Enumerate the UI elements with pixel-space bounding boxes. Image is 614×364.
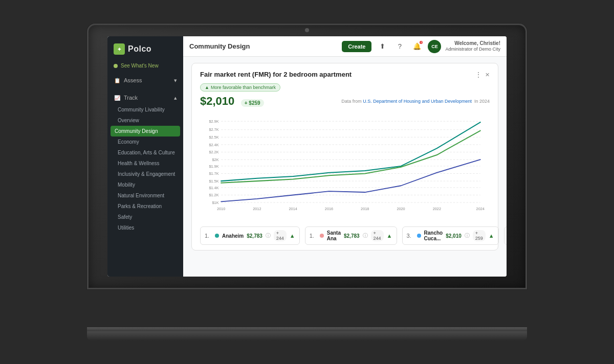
close-icon[interactable]: ✕ bbox=[485, 72, 490, 78]
svg-text:$1.4K: $1.4K bbox=[209, 186, 218, 190]
share-button[interactable]: ⬆ bbox=[376, 40, 389, 53]
badge-arrow-icon: ▲ bbox=[205, 85, 209, 90]
sidebar-item-education[interactable]: Education, Arts & Culture bbox=[107, 147, 183, 158]
rank-val-santa-ana: $2,783 bbox=[344, 233, 360, 239]
svg-text:$1.7K: $1.7K bbox=[209, 171, 218, 176]
rank-arrow-rancho: ▲ bbox=[489, 233, 494, 239]
rank-delta-santa-ana: + 244 bbox=[371, 230, 384, 241]
assess-chevron-icon: ▾ bbox=[174, 77, 177, 84]
sidebar-assess-section: 📋 Assess ▾ bbox=[107, 72, 183, 89]
rank-info-santa-ana: ⓘ bbox=[363, 232, 368, 239]
line-chart: $2.9K $2.7K $2.5K $2.4K $2.2K $2K $1.9K … bbox=[200, 112, 490, 219]
metric-delta: + $259 bbox=[241, 99, 264, 107]
share-icon: ⬆ bbox=[380, 42, 385, 50]
svg-text:$1.9K: $1.9K bbox=[209, 164, 218, 169]
rank-item-santa-ana: 1. Santa Ana $2,783 ⓘ + 244 ▲ bbox=[305, 226, 397, 245]
metric-value: $2,010 bbox=[200, 95, 234, 107]
track-icon: 📈 bbox=[114, 94, 121, 101]
rank-arrow-santa-ana: ▲ bbox=[387, 233, 392, 239]
chart-card: Fair market rent (FMR) for 2 bedroom apa… bbox=[191, 63, 498, 251]
chart-title: Fair market rent (FMR) for 2 bedroom apa… bbox=[200, 71, 352, 78]
whats-new-dot bbox=[114, 64, 118, 68]
laptop-base bbox=[87, 331, 527, 340]
create-button[interactable]: Create bbox=[342, 41, 371, 52]
rank-name-santa-ana: Santa Ana bbox=[327, 230, 341, 241]
help-icon: ? bbox=[398, 42, 402, 50]
sidebar-item-economy[interactable]: Economy bbox=[107, 136, 183, 147]
rank-delta-rancho: + 259 bbox=[473, 230, 486, 241]
logo-icon: ✦ bbox=[114, 43, 125, 55]
benchmark-badge: ▲ More favorable than benchmark bbox=[200, 83, 280, 92]
sidebar-item-health[interactable]: Health & Wellness bbox=[107, 158, 183, 169]
rank-arrow-anaheim: ▲ bbox=[290, 233, 295, 239]
track-label: Track bbox=[124, 95, 138, 101]
track-nav-items: Community Livability Overview Community … bbox=[107, 104, 183, 233]
svg-text:2022: 2022 bbox=[433, 207, 441, 211]
topbar: Community Design Create ⬆ ? 🔔 4 CE bbox=[183, 36, 507, 57]
logo: ✦ Polco bbox=[107, 36, 183, 60]
rank-dot-santa-ana bbox=[320, 234, 324, 238]
sidebar-item-assess[interactable]: 📋 Assess ▾ bbox=[107, 74, 183, 87]
rank-item-riverside: 3. Riverside $2,010 ⓘ + 259 ▲ bbox=[504, 226, 507, 245]
chart-svg-wrapper: $2.9K $2.7K $2.5K $2.4K $2.2K $2K $1.9K … bbox=[200, 112, 490, 221]
svg-text:2016: 2016 bbox=[325, 207, 333, 211]
rank-info-rancho: ⓘ bbox=[465, 232, 470, 239]
svg-text:$1.2K: $1.2K bbox=[209, 193, 218, 197]
avatar[interactable]: CE bbox=[428, 40, 441, 53]
track-chevron-icon: ▴ bbox=[174, 95, 177, 101]
sidebar-item-parks[interactable]: Parks & Recreation bbox=[107, 201, 183, 212]
rank-name-anaheim: Anaheim bbox=[222, 233, 244, 239]
metric-source: Data from U.S. Department of Housing and… bbox=[341, 99, 490, 104]
rank-num-3: 3. bbox=[407, 233, 414, 239]
sidebar-item-safety[interactable]: Safety bbox=[107, 212, 183, 222]
rank-num-1b: 1. bbox=[310, 233, 317, 239]
camera-dot bbox=[305, 28, 309, 32]
assess-label: Assess bbox=[124, 77, 142, 83]
chart-area: Fair market rent (FMR) for 2 bedroom apa… bbox=[183, 57, 507, 277]
chart-header: Fair market rent (FMR) for 2 bedroom apa… bbox=[200, 71, 490, 79]
sidebar-item-utilities[interactable]: Utilities bbox=[107, 222, 183, 233]
svg-text:$2.9K: $2.9K bbox=[209, 119, 218, 124]
rank-dot-rancho bbox=[417, 234, 421, 238]
rank-delta-anaheim: + 244 bbox=[274, 230, 287, 241]
rank-item-anaheim: 1. Anaheim $2,783 ⓘ + 244 ▲ bbox=[200, 226, 300, 245]
svg-text:$2.5K: $2.5K bbox=[209, 135, 218, 140]
more-options-icon[interactable]: ⋮ bbox=[475, 71, 482, 79]
whats-new-label: See What's New bbox=[121, 63, 159, 69]
logo-text: Polco bbox=[128, 44, 151, 54]
svg-text:$2.2K: $2.2K bbox=[209, 150, 218, 154]
svg-text:$2K: $2K bbox=[212, 157, 219, 162]
notification-button[interactable]: 🔔 4 bbox=[410, 40, 424, 53]
sidebar-item-overview[interactable]: Overview bbox=[107, 115, 183, 126]
rank-name-rancho: Rancho Cuca... bbox=[424, 230, 443, 241]
svg-text:2010: 2010 bbox=[217, 207, 225, 211]
sidebar-item-mobility[interactable]: Mobility bbox=[107, 179, 183, 190]
sidebar: ✦ Polco See What's New 📋 Assess ▾ bbox=[107, 36, 183, 277]
svg-text:$1.5K: $1.5K bbox=[209, 179, 218, 184]
welcome-text: Welcome, Christie! Administrator of Demo… bbox=[445, 40, 500, 53]
sidebar-item-track[interactable]: 📈 Track ▴ bbox=[107, 91, 183, 104]
rank-val-rancho: $2,010 bbox=[446, 233, 462, 239]
svg-text:2014: 2014 bbox=[289, 207, 297, 211]
page-title: Community Design bbox=[189, 42, 338, 50]
source-link[interactable]: U.S. Department of Housing and Urban Dev… bbox=[363, 99, 472, 104]
svg-text:$2.4K: $2.4K bbox=[209, 143, 218, 147]
rank-item-rancho: 3. Rancho Cuca... $2,010 ⓘ + 259 ▲ bbox=[402, 226, 499, 245]
rank-val-anaheim: $2,783 bbox=[247, 233, 262, 239]
sidebar-item-inclusivity[interactable]: Inclusivity & Engagement bbox=[107, 169, 183, 179]
laptop-hinge bbox=[87, 327, 527, 331]
svg-text:2018: 2018 bbox=[361, 207, 369, 211]
rank-info-anaheim: ⓘ bbox=[266, 232, 271, 239]
rank-num-1: 1. bbox=[205, 233, 212, 239]
help-button[interactable]: ? bbox=[393, 40, 406, 53]
badge-label: More favorable than benchmark bbox=[211, 85, 276, 90]
svg-text:2020: 2020 bbox=[397, 207, 405, 211]
main-content: Community Design Create ⬆ ? 🔔 4 CE bbox=[183, 36, 507, 277]
svg-text:2024: 2024 bbox=[476, 207, 485, 211]
sidebar-item-natural[interactable]: Natural Environment bbox=[107, 190, 183, 201]
assess-icon: 📋 bbox=[114, 77, 121, 84]
whats-new-item[interactable]: See What's New bbox=[107, 60, 183, 72]
sidebar-item-community-design[interactable]: Community Design bbox=[111, 126, 180, 136]
svg-text:$2.7K: $2.7K bbox=[209, 127, 218, 132]
sidebar-item-community-livability[interactable]: Community Livability bbox=[107, 104, 183, 115]
